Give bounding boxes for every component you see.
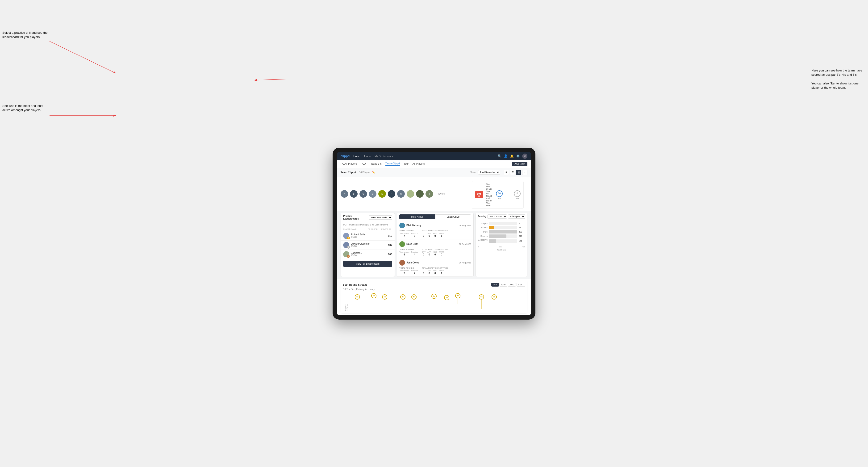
player-avatar-3[interactable]: C (360, 190, 367, 198)
scoring-player-select[interactable]: All Players (508, 214, 525, 219)
putt-2: PUTT 0 (439, 251, 444, 256)
streak-bubble-9: 3x (479, 294, 484, 300)
yardage-label-2: yds (516, 197, 519, 199)
player-avatar-7[interactable]: G (397, 190, 405, 198)
view-card-icon[interactable]: ▦ (516, 170, 521, 175)
putt-3: PUTT 1 (439, 270, 444, 275)
nav-my-performance[interactable]: My Performance (375, 155, 394, 158)
tab-least-active[interactable]: Least Active (435, 214, 471, 219)
chart-val-bogeys: 311 (519, 235, 525, 237)
activity-tab-toggle: Most Active Least Active (399, 214, 471, 219)
streak-btn-putt[interactable]: PUTT (517, 283, 526, 286)
player-avatar-1[interactable]: A (341, 190, 348, 198)
streaks-subtitle: Off The Tee, Fairway Accuracy (343, 288, 525, 290)
streak-line-2 (374, 299, 374, 305)
search-icon[interactable]: 🔍 (498, 154, 501, 158)
player-avatar-9[interactable]: I (416, 190, 424, 198)
bell-icon[interactable]: 🔔 (510, 154, 514, 158)
subnav-all-players[interactable]: All Players (412, 162, 425, 165)
lb-badge-bronze: 3 (347, 255, 350, 258)
player-avatar-4[interactable]: D (369, 190, 376, 198)
tournament-item-1: Tournament 7 (399, 232, 409, 237)
view-full-leaderboard-button[interactable]: View Full Leaderboard (343, 261, 392, 267)
pac-stats-1: Total Rounds Tournament 7 Practice 6 (399, 230, 471, 237)
total-rounds-label-1: Total Rounds (399, 230, 418, 232)
lb-name-score-1: Richard Butler 19/20 (351, 233, 381, 239)
arg-1: ARG 0 (433, 232, 437, 237)
shot-yardage-1: 16 yds (496, 190, 503, 199)
user-icon[interactable]: 👤 (504, 154, 507, 158)
streak-btn-app[interactable]: APP (500, 283, 507, 286)
edit-icon[interactable]: ✏️ (372, 171, 375, 174)
app-2: APP 0 (427, 251, 431, 256)
streaks-header: Best Round Streaks OTT APP ARG PUTT (343, 283, 525, 286)
col-pb-score: PB SCORE (367, 228, 379, 230)
svg-line-2 (255, 79, 288, 80)
lb-name-3: Cameron... (351, 252, 381, 254)
app-1: APP 0 (427, 232, 431, 237)
player-avatar-5[interactable]: E (378, 190, 386, 198)
drill-select[interactable]: PUTT Must Make Putting... (369, 215, 392, 220)
chart-val-dbogeys: 131 (519, 240, 525, 242)
chart-label-birdies: Birdies (478, 226, 488, 229)
view-grid-icon[interactable]: ⊞ (504, 170, 509, 175)
streak-bubble-7: 4x (444, 295, 450, 300)
view-list-icon[interactable]: ☰ (510, 170, 515, 175)
lb-score-1: 19/20 (351, 236, 381, 239)
settings-icon[interactable]: ⚙️ (516, 154, 520, 158)
team-count: | 14 Players (358, 171, 370, 174)
leaderboard-row-2[interactable]: 2 Edward Crossman 18/20 107 (341, 241, 395, 250)
show-select[interactable]: Last 3 months Last month Last 6 months (478, 170, 500, 175)
players-label: Players (437, 192, 445, 195)
streaks-chart: % Fairway Accuracy 7x 6x 6x 5x (343, 292, 525, 311)
streaks-title: Best Round Streaks (343, 283, 368, 286)
tablet-frame: clippd Home Teams My Performance 🔍 👤 🔔 ⚙… (333, 148, 535, 319)
pac-name-1: Blair McHarg (406, 224, 421, 227)
annotation-top-right: Here you can see how the team have score… (811, 68, 866, 90)
leaderboard-subtitle: PUTT Must Make Putting (3-6 ft), Last 3 … (341, 222, 395, 227)
lb-badge-gold: 1 (347, 237, 350, 239)
pac-practice-activities-1: Total Practice Activities OTT 0 APP 0 (422, 230, 448, 237)
practice-activities-label-1: Total Practice Activities (422, 230, 448, 232)
pac-name-3: Josh Coles (406, 261, 419, 264)
subnav-pgat[interactable]: PGAT Players (341, 162, 357, 165)
chart-val-birdies: 96 (519, 226, 525, 229)
add-team-button[interactable]: Add Team (512, 162, 527, 166)
subnav-pga[interactable]: PGA (361, 162, 366, 165)
pac-header-2: Rees Britt 02 Sep 2023 (399, 241, 471, 247)
player-avatar-10[interactable]: J (426, 190, 433, 198)
pac-total-rounds-3: Total Rounds Tournament 7 Practice 2 (399, 267, 418, 275)
subnav: PGAT Players PGA Hcaps 1-5 Team Clippd T… (337, 160, 531, 168)
view-sort-icon[interactable]: ↕ (522, 170, 527, 175)
activity-card-2: Rees Britt 02 Sep 2023 Total Rounds Tour… (397, 239, 473, 258)
streak-point-2: 6x (371, 293, 376, 305)
subnav-tour[interactable]: Tour (404, 162, 408, 165)
avatar[interactable]: U (522, 154, 527, 159)
streak-line-8 (458, 299, 458, 304)
nav-home[interactable]: Home (353, 155, 360, 158)
tournament-item-3: Tournament 7 (399, 270, 409, 275)
streak-btn-ott[interactable]: OTT (491, 283, 499, 286)
streak-line-6 (434, 299, 434, 305)
nav-teams[interactable]: Teams (364, 155, 371, 158)
leaderboard-row-3[interactable]: 3 Cameron... 17/20 103 (341, 250, 395, 259)
streak-bubble-5: 5x (411, 294, 416, 300)
leaderboard-row-1[interactable]: 1 Richard Butler 19/20 110 (341, 231, 395, 241)
team-header: Team Clippd | 14 Players ✏️ Show: Last 3… (337, 168, 531, 177)
tab-most-active[interactable]: Most Active (399, 214, 435, 219)
col-pb-avg: PB AVG SQ (380, 228, 392, 230)
annotation-bottom-left: See who is the most and least active amo… (2, 104, 50, 112)
scoring-filter-select[interactable]: Par 3, 4 & 5s (487, 214, 507, 219)
lb-name-2: Edward Crossman (351, 243, 381, 245)
subnav-team-clippd[interactable]: Team Clippd (385, 162, 400, 166)
player-avatar-2[interactable]: B (350, 190, 358, 198)
subnav-hcaps[interactable]: Hcaps 1-5 (370, 162, 382, 165)
streak-btn-arg[interactable]: ARG (508, 283, 516, 286)
chart-val-eagles: 3 (519, 222, 525, 224)
pac-header-1: Blair McHarg 26 Aug 2023 (399, 223, 471, 228)
player-avatar-6[interactable]: F (388, 190, 395, 198)
main-content: Practice Leaderboards PUTT Must Make Put… (337, 211, 531, 279)
pac-avatar-1 (399, 223, 405, 228)
chart-label-eagles: Eagles (478, 222, 488, 224)
player-avatar-8[interactable]: H (407, 190, 414, 198)
